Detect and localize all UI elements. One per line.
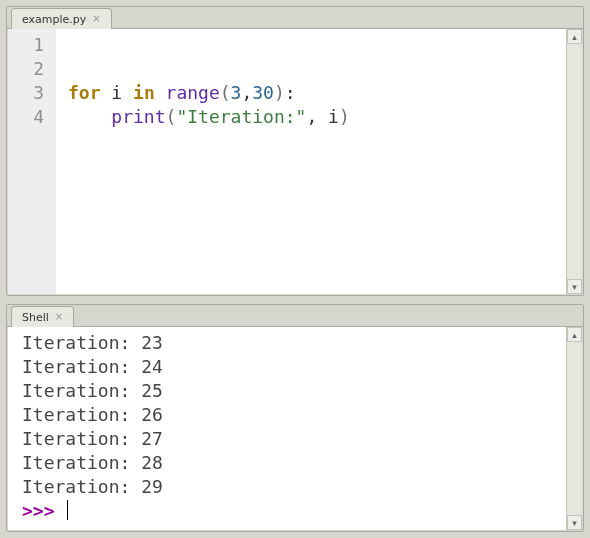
code-editor[interactable]: for i in range(3,30): print("Iteration:"… (56, 29, 566, 294)
scroll-down-button[interactable]: ▾ (567, 279, 582, 294)
shell-output-line: Iteration: 29 (22, 475, 566, 499)
close-icon[interactable]: × (55, 312, 63, 322)
scroll-up-button[interactable]: ▴ (567, 327, 582, 342)
shell-content: Iteration: 23Iteration: 24Iteration: 25I… (8, 327, 582, 530)
shell-prompt: >>> (22, 500, 65, 521)
code-line (68, 33, 566, 57)
code-line: print("Iteration:", i) (68, 105, 566, 129)
shell-tab-label: Shell (22, 311, 49, 324)
text-cursor (67, 500, 68, 520)
editor-tab-label: example.py (22, 13, 86, 26)
editor-pane: example.py × 1 2 3 4 for i in range(3,30… (6, 6, 584, 296)
close-icon[interactable]: × (92, 14, 100, 24)
shell-output-line: Iteration: 27 (22, 427, 566, 451)
editor-content: 1 2 3 4 for i in range(3,30): print("Ite… (8, 29, 582, 294)
shell-tab[interactable]: Shell × (11, 306, 74, 327)
shell-pane: Shell × Iteration: 23Iteration: 24Iterat… (6, 304, 584, 532)
scroll-down-button[interactable]: ▾ (567, 515, 582, 530)
shell-scrollbar-vertical[interactable]: ▴ ▾ (566, 327, 582, 530)
shell-tabbar: Shell × (7, 305, 583, 327)
editor-scrollbar-vertical[interactable]: ▴ ▾ (566, 29, 582, 294)
line-number-gutter: 1 2 3 4 (8, 29, 56, 294)
editor-tab[interactable]: example.py × (11, 8, 112, 29)
shell-output-line: Iteration: 26 (22, 403, 566, 427)
scroll-up-button[interactable]: ▴ (567, 29, 582, 44)
shell-output-line: Iteration: 24 (22, 355, 566, 379)
editor-tabbar: example.py × (7, 7, 583, 29)
code-line (68, 57, 566, 81)
shell-output-line: Iteration: 25 (22, 379, 566, 403)
shell-prompt-line[interactable]: >>> (22, 499, 566, 523)
code-line: for i in range(3,30): (68, 81, 566, 105)
shell-output-line: Iteration: 28 (22, 451, 566, 475)
shell-terminal[interactable]: Iteration: 23Iteration: 24Iteration: 25I… (8, 327, 566, 530)
shell-output-line: Iteration: 23 (22, 331, 566, 355)
